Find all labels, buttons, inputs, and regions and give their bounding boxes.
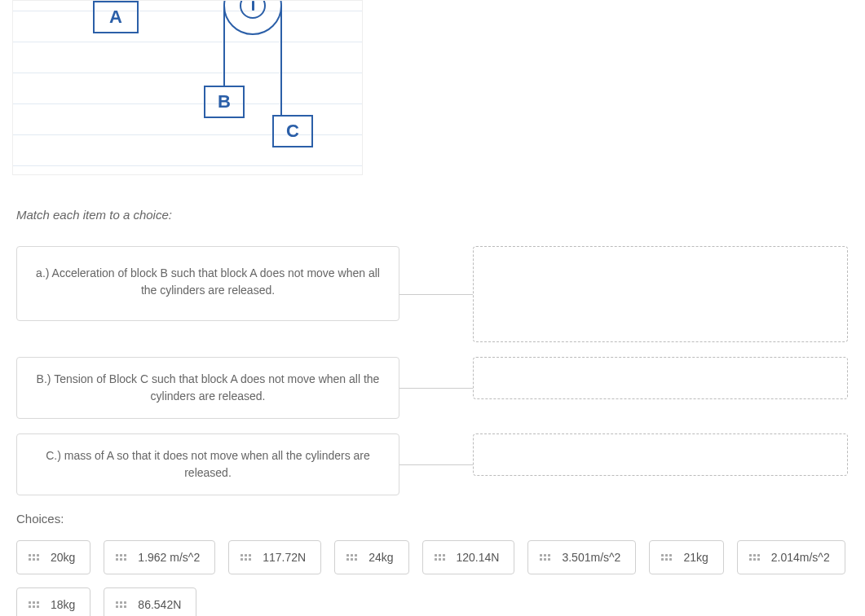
drag-handle-icon: [241, 554, 251, 561]
match-row: C.) mass of A so that it does not move w…: [16, 433, 848, 495]
drag-handle-icon: [540, 554, 550, 561]
drop-zone-c[interactable]: [473, 433, 848, 476]
prompt-b: B.) Tension of Block C such that block A…: [16, 357, 399, 419]
choice-chip[interactable]: 117.72N: [228, 540, 321, 574]
choice-chip[interactable]: 86.542N: [104, 587, 196, 616]
choice-chip[interactable]: 120.14N: [422, 540, 515, 574]
drag-handle-icon: [661, 554, 672, 561]
drop-zone-a[interactable]: [473, 246, 848, 342]
choice-label: 86.542N: [138, 598, 181, 611]
choices-container: 20kg 1.962 m/s^2 117.72N 24kg 120.14N 3.…: [16, 540, 848, 616]
choice-label: 18kg: [51, 598, 75, 611]
drag-handle-icon: [749, 554, 760, 561]
choice-chip[interactable]: 1.962 m/s^2: [104, 540, 215, 574]
choice-chip[interactable]: 24kg: [334, 540, 408, 574]
drag-handle-icon: [29, 554, 39, 561]
choice-label: 117.72N: [263, 551, 306, 564]
choice-chip[interactable]: 18kg: [16, 587, 90, 616]
choice-chip[interactable]: 2.014m/s^2: [737, 540, 845, 574]
drag-handle-icon: [116, 554, 126, 561]
choice-label: 1.962 m/s^2: [138, 551, 200, 564]
drag-handle-icon: [29, 601, 39, 608]
drag-handle-icon: [116, 601, 126, 608]
choice-label: 24kg: [369, 551, 393, 564]
choice-label: 21kg: [683, 551, 708, 564]
block-a-label: A: [109, 7, 122, 28]
prompt-a: a.) Acceleration of block B such that bl…: [16, 246, 399, 321]
match-area: a.) Acceleration of block B such that bl…: [16, 246, 848, 495]
choices-label: Choices:: [16, 512, 865, 526]
choice-label: 20kg: [51, 551, 75, 564]
drag-handle-icon: [346, 554, 357, 561]
choice-label: 3.501m/s^2: [562, 551, 620, 564]
choice-chip[interactable]: 3.501m/s^2: [527, 540, 636, 574]
block-c: C: [272, 115, 313, 147]
block-c-label: C: [286, 121, 299, 142]
block-b: B: [204, 86, 245, 118]
prompt-c: C.) mass of A so that it does not move w…: [16, 433, 399, 495]
drop-zone-b[interactable]: [473, 357, 848, 399]
block-a: A: [93, 1, 139, 33]
drag-handle-icon: [435, 554, 445, 561]
choice-chip[interactable]: 20kg: [16, 540, 90, 574]
match-row: a.) Acceleration of block B such that bl…: [16, 246, 848, 342]
choice-chip[interactable]: 21kg: [649, 540, 723, 574]
block-b-label: B: [218, 91, 231, 112]
match-row: B.) Tension of Block C such that block A…: [16, 357, 848, 419]
instruction-text: Match each item to a choice:: [16, 208, 865, 222]
physics-diagram: A B C: [12, 0, 363, 175]
choice-label: 2.014m/s^2: [771, 551, 830, 564]
choice-label: 120.14N: [457, 551, 500, 564]
